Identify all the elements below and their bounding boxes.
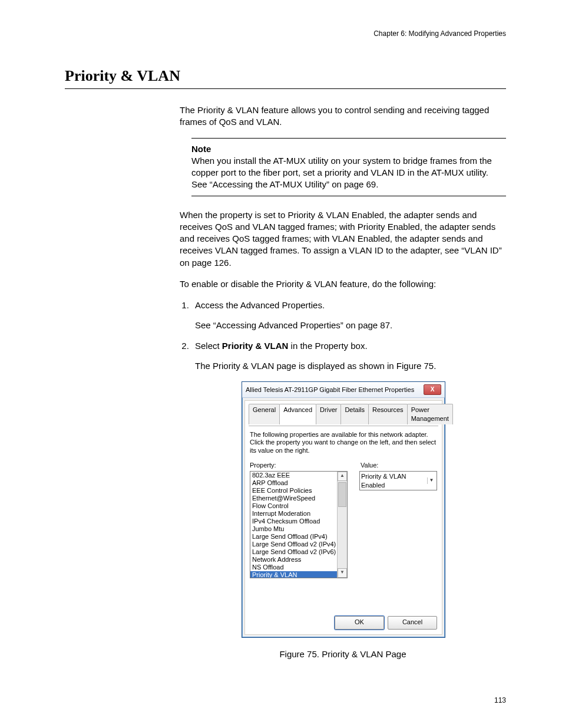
property-label: Property: <box>250 461 276 470</box>
dialog-title: Allied Telesis AT-2911GP Gigabit Fiber E… <box>246 386 414 394</box>
list-item-selected[interactable]: Priority & VLAN <box>250 571 337 578</box>
step-2-sub: The Priority & VLAN page is displayed as… <box>195 360 506 372</box>
list-item[interactable]: Flow Control <box>250 502 337 510</box>
ok-button[interactable]: OK <box>335 616 384 630</box>
close-icon[interactable]: X <box>424 384 441 395</box>
step-2-bold: Priority & VLAN <box>222 341 289 351</box>
tab-power-management[interactable]: Power Management <box>407 404 453 424</box>
scroll-down-icon[interactable]: ▼ <box>338 568 347 578</box>
note-box: Note When you install the AT-MUX utility… <box>191 138 506 196</box>
list-item[interactable]: Interrupt Moderation <box>250 510 337 518</box>
tab-advanced[interactable]: Advanced <box>279 404 316 424</box>
tab-general[interactable]: General <box>249 404 280 424</box>
note-label: Note <box>191 143 506 155</box>
step-2-post: in the Property box. <box>288 341 367 351</box>
section-title: Priority & VLAN <box>65 67 506 85</box>
list-item[interactable]: IPv4 Checksum Offload <box>250 518 337 525</box>
list-item[interactable]: NS Offload <box>250 564 337 571</box>
scroll-up-icon[interactable]: ▲ <box>338 472 347 481</box>
page-number: 113 <box>494 696 506 704</box>
list-item[interactable]: 802.3az EEE <box>250 472 337 479</box>
step-2-pre: Select <box>195 341 222 351</box>
scroll-thumb[interactable] <box>338 482 346 507</box>
properties-dialog: Allied Telesis AT-2911GP Gigabit Fiber E… <box>242 381 445 638</box>
cancel-button[interactable]: Cancel <box>388 616 437 630</box>
property-listbox[interactable]: 802.3az EEE ARP Offload EEE Control Poli… <box>250 471 348 578</box>
figure-caption: Figure 75. Priority & VLAN Page <box>242 648 444 660</box>
value-dropdown[interactable]: Priority & VLAN Enabled ▼ <box>359 471 437 491</box>
chapter-header: Chapter 6: Modifying Advanced Properties <box>65 29 506 38</box>
value-label: Value: <box>361 461 437 470</box>
step-1-text: Access the Advanced Properties. <box>195 300 325 310</box>
list-item[interactable]: Large Send Offload v2 (IPv4) <box>250 541 337 548</box>
intro-paragraph: The Priority & VLAN feature allows you t… <box>180 104 506 129</box>
tab-details[interactable]: Details <box>340 404 369 424</box>
step-2: Select Priority & VLAN in the Property b… <box>191 340 506 373</box>
list-item[interactable]: ARP Offload <box>250 479 337 487</box>
list-item[interactable]: Network Address <box>250 556 337 564</box>
section-rule <box>65 88 506 89</box>
list-item[interactable]: Jumbo Mtu <box>250 525 337 533</box>
value-selected-text: Priority & VLAN Enabled <box>361 472 427 490</box>
step-1: Access the Advanced Properties. See “Acc… <box>191 299 506 332</box>
tab-driver[interactable]: Driver <box>316 404 341 424</box>
enable-paragraph: To enable or disable the Priority & VLAN… <box>180 278 506 290</box>
dialog-titlebar[interactable]: Allied Telesis AT-2911GP Gigabit Fiber E… <box>242 382 445 398</box>
list-item[interactable]: Ethernet@WireSpeed <box>250 495 337 502</box>
list-item[interactable]: Large Send Offload v2 (IPv6) <box>250 548 337 556</box>
chevron-down-icon[interactable]: ▼ <box>427 477 435 484</box>
list-item[interactable]: Large Send Offload (IPv4) <box>250 533 337 541</box>
listbox-scrollbar[interactable]: ▲ ▼ <box>337 472 347 578</box>
list-item[interactable]: EEE Control Policies <box>250 487 337 495</box>
dialog-instructions: The following properties are available f… <box>250 431 437 455</box>
explain-paragraph: When the property is set to Priority & V… <box>180 209 506 269</box>
note-text: When you install the AT-MUX utility on y… <box>191 155 506 191</box>
tab-row: General Advanced Driver Details Resource… <box>249 403 438 424</box>
step-1-sub: See “Accessing Advanced Properties” on p… <box>195 319 506 331</box>
tab-underline <box>249 426 438 426</box>
tab-resources[interactable]: Resources <box>368 404 408 424</box>
